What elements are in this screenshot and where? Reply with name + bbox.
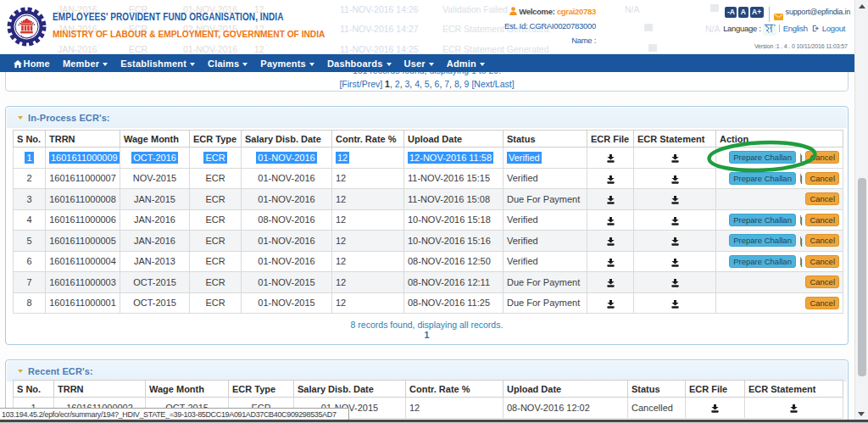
prepare-challan-button[interactable]: Prepare Challan xyxy=(729,172,796,185)
cancel-button[interactable]: Cancel xyxy=(805,192,839,205)
col-header: ECR Statement xyxy=(745,381,843,398)
download-icon[interactable] xyxy=(670,216,680,225)
nav-item-home[interactable]: Home xyxy=(7,58,56,69)
cell-wage_month: OCT-2015 xyxy=(120,272,190,293)
scrollbar-down-arrow-icon[interactable] xyxy=(858,412,865,416)
cancel-button[interactable]: Cancel xyxy=(805,297,839,309)
prepare-challan-button[interactable]: Prepare Challan xyxy=(729,255,796,268)
cell-status: Verified xyxy=(504,147,587,169)
version-text: Version :1 . 4 . 0 10/11/2016 11:03:57 xyxy=(754,42,848,50)
col-header: ECR File xyxy=(587,131,634,147)
ghost-text: ECR xyxy=(129,44,147,54)
scrollbar-thumb[interactable] xyxy=(858,178,866,376)
font-decrease-button[interactable]: -A xyxy=(725,7,737,18)
prepare-challan-button[interactable]: Prepare Challan xyxy=(729,151,796,164)
cancel-button[interactable]: Cancel xyxy=(805,234,839,247)
est-id: Est. Id: CGRAI0020783000 xyxy=(381,19,596,34)
col-header: Contr. Rate % xyxy=(406,381,504,398)
cell-sno: 8 xyxy=(14,292,46,314)
download-icon[interactable] xyxy=(606,153,615,163)
prepare-challan-button[interactable]: Prepare Challan xyxy=(729,214,796,226)
vertical-scrollbar[interactable] xyxy=(854,0,868,423)
cancel-button[interactable]: Cancel xyxy=(805,255,839,268)
separator: | xyxy=(800,257,802,265)
cancel-button[interactable]: Cancel xyxy=(805,151,839,164)
cancel-button[interactable]: Cancel xyxy=(805,172,839,185)
prepare-challan-button[interactable]: Prepare Challan xyxy=(729,234,796,247)
download-icon[interactable] xyxy=(606,216,615,225)
nav-item-dashboards[interactable]: Dashboards xyxy=(320,58,398,69)
table-row: 61601611000004JAN-2013ECR01-NOV-20161208… xyxy=(14,251,843,272)
cell-contr_rate: 12 xyxy=(332,272,404,293)
cell-ecr-file xyxy=(587,209,634,231)
collapse-marker-icon[interactable] xyxy=(18,116,23,120)
cell-ecr-file xyxy=(686,398,745,419)
separator: | xyxy=(800,237,802,245)
logout-link[interactable]: Logout xyxy=(822,24,845,33)
cell-sno: 6 xyxy=(14,251,46,272)
chevron-down-icon xyxy=(480,63,485,66)
language-label: Language : xyxy=(723,24,761,33)
collapse-marker-icon[interactable] xyxy=(18,370,23,373)
nav-item-payments[interactable]: Payments xyxy=(254,58,321,69)
scrollbar-up-arrow-icon[interactable] xyxy=(859,4,865,8)
cell-trrn: 1601611000006 xyxy=(46,209,120,231)
download-icon[interactable] xyxy=(606,258,615,267)
first-prev-link[interactable]: [First/Prev] xyxy=(339,79,382,89)
panel-header-strip xyxy=(7,361,847,381)
download-icon[interactable] xyxy=(789,404,798,413)
cancel-button[interactable]: Cancel xyxy=(805,276,839,288)
col-header: Upload Date xyxy=(404,131,504,147)
download-icon[interactable] xyxy=(670,195,680,204)
hindi-glyph xyxy=(764,24,776,33)
download-icon[interactable] xyxy=(670,278,680,287)
download-icon[interactable] xyxy=(606,237,615,246)
download-icon[interactable] xyxy=(606,195,615,204)
cell-salary_disb_date: 08-NOV-2016 xyxy=(242,209,332,231)
in-process-table: S No.TRRNWage MonthECR TypeSalary Disb. … xyxy=(13,130,843,314)
col-header: ECR Statement xyxy=(634,131,716,147)
cell-upload_date: 08-NOV-2016 12:50 xyxy=(404,251,504,272)
in-process-ecr-panel: In-Process ECR's: S No.TRRNWage MonthECR… xyxy=(5,106,849,345)
cell-salary_disb_date: 01-NOV-2015 xyxy=(242,292,332,314)
cell-status: Verified xyxy=(504,209,587,231)
col-header: Action xyxy=(716,131,843,147)
cell-salary_disb_date: 01-NOV-2016 xyxy=(242,189,332,210)
page-link-9[interactable]: 9 xyxy=(465,79,470,89)
cell-upload_date: 08-NOV-2016 12:11 xyxy=(404,272,504,293)
cell-wage_month: JAN-2015 xyxy=(120,189,190,210)
nav-item-member[interactable]: Member xyxy=(56,58,114,69)
language-hindi-link[interactable] xyxy=(763,24,776,36)
nav-item-user[interactable]: User xyxy=(398,58,440,69)
cell-status: Cancelled xyxy=(628,398,686,419)
nav-item-claims[interactable]: Claims xyxy=(202,58,254,69)
download-icon[interactable] xyxy=(606,278,615,287)
download-icon[interactable] xyxy=(710,404,720,413)
next-last-link[interactable]: [Next/Last] xyxy=(471,79,514,89)
download-icon[interactable] xyxy=(670,175,680,184)
nav-item-establishment[interactable]: Establishment xyxy=(114,58,202,69)
cell-ecr_type: ECR xyxy=(190,209,242,231)
cell-upload_date: 08-NOV-2016 11:25 xyxy=(404,292,504,314)
cell-ecr-file xyxy=(587,168,634,189)
language-english-link[interactable]: English xyxy=(783,24,808,33)
cell-upload_date: 10-NOV-2016 15:18 xyxy=(404,209,504,231)
download-icon[interactable] xyxy=(670,237,680,246)
cell-status: Verified xyxy=(504,168,587,189)
navbar: HomeMemberEstablishmentClaimsPaymentsDas… xyxy=(0,54,854,72)
download-icon[interactable] xyxy=(670,299,680,309)
nav-item-admin[interactable]: Admin xyxy=(440,58,491,69)
download-icon[interactable] xyxy=(670,153,680,163)
cell-action: Cancel xyxy=(716,292,843,314)
cancel-button[interactable]: Cancel xyxy=(805,214,839,226)
support-email-link[interactable]: support@epfindia.in xyxy=(786,8,850,16)
download-icon[interactable] xyxy=(670,258,680,267)
next-last-label[interactable]: [Next/Last] xyxy=(471,79,514,89)
panel-header-strip xyxy=(7,108,847,128)
font-normal-button[interactable]: A xyxy=(738,7,748,18)
download-icon[interactable] xyxy=(606,175,615,184)
font-increase-button[interactable]: A+ xyxy=(750,7,764,18)
ghost-text xyxy=(710,4,719,12)
cell-ecr-statement xyxy=(634,292,716,314)
download-icon[interactable] xyxy=(606,299,615,309)
